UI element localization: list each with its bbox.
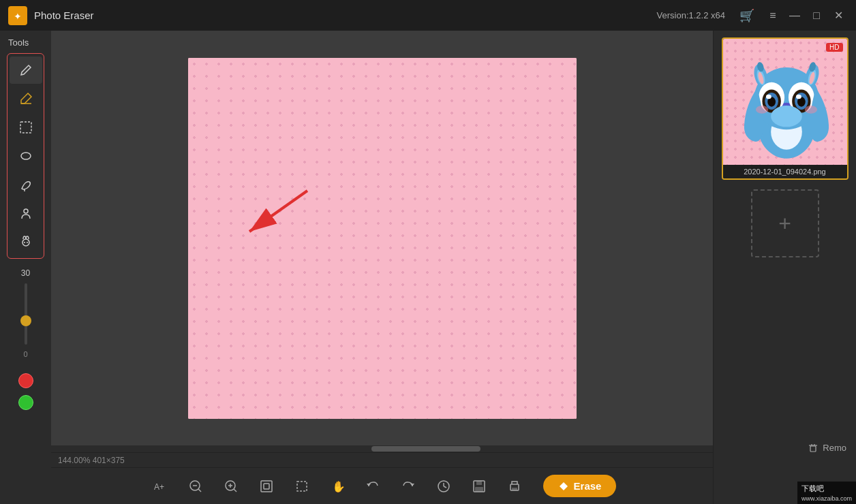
zoom-out-button[interactable] [183, 474, 208, 499]
svg-point-6 [24, 209, 28, 213]
svg-rect-59 [264, 484, 269, 489]
svg-line-66 [444, 486, 446, 488]
color-green[interactable] [18, 395, 33, 410]
add-icon: + [778, 211, 791, 236]
svg-rect-68 [476, 481, 482, 485]
thumbnail-badge: HD [826, 43, 842, 52]
thumbnail-card[interactable]: HD [722, 37, 849, 180]
svg-rect-69 [475, 487, 483, 492]
text-tool-button[interactable]: A+ [148, 474, 172, 499]
eraser-pencil-tool-button[interactable] [10, 85, 42, 112]
ai-tool-button[interactable] [10, 228, 42, 255]
trash-icon [808, 442, 819, 453]
thumbnail-filename: 2020-12-01_094024.png [723, 165, 847, 178]
erase-button[interactable]: Erase [543, 475, 617, 497]
close-button[interactable]: ✕ [829, 6, 848, 25]
add-image-button[interactable]: + [751, 189, 819, 257]
polka-background [188, 58, 577, 419]
pan-button[interactable]: ✋ [325, 474, 350, 499]
canvas-image[interactable]: 也去吧! [188, 58, 577, 419]
fit-screen-button[interactable] [254, 474, 279, 499]
thumbnail-image: HD [723, 39, 847, 165]
smart-brush-tool-button[interactable] [10, 171, 42, 198]
redo-button[interactable] [396, 474, 421, 499]
maximize-button[interactable]: □ [807, 6, 826, 25]
zoom-in-button[interactable] [219, 474, 243, 499]
stamp-tool-button[interactable] [10, 200, 42, 227]
svg-point-9 [27, 242, 28, 243]
color-red[interactable] [18, 373, 33, 388]
color-panel [0, 364, 51, 420]
erase-label: Erase [574, 480, 602, 492]
thumbnail-stitch [723, 39, 847, 165]
svg-rect-58 [261, 481, 272, 492]
titlebar: ✦ Photo Eraser Version:1.2.2 x64 🛒 ≡ — □… [0, 0, 856, 31]
watermark: 下载吧 www.xiazaiba.com [797, 482, 856, 504]
canvas-area: 也去吧! [51, 31, 713, 504]
svg-text:✦: ✦ [14, 11, 22, 22]
main-layout: Tools [0, 31, 856, 504]
svg-rect-71 [512, 488, 517, 490]
svg-point-96 [755, 106, 767, 114]
cart-button[interactable]: 🛒 [737, 6, 756, 25]
svg-point-4 [21, 153, 31, 159]
watermark-text: 下载吧 [801, 484, 824, 492]
size-min: 0 [23, 350, 27, 358]
remove-label: Remo [823, 443, 846, 453]
history-button[interactable] [431, 474, 456, 499]
lasso-tool-button[interactable] [10, 142, 42, 170]
svg-point-95 [771, 106, 802, 127]
undo-button[interactable] [361, 474, 385, 499]
watermark-url: www.xiazaiba.com [801, 495, 852, 502]
svg-text:A+: A+ [154, 482, 164, 492]
svg-marker-63 [410, 484, 414, 486]
svg-point-93 [765, 95, 771, 99]
crop-button[interactable] [290, 474, 314, 499]
minimize-button[interactable]: — [785, 6, 804, 25]
print-button[interactable] [502, 474, 527, 499]
svg-point-97 [804, 106, 816, 114]
svg-point-7 [22, 239, 29, 246]
canvas-scrollbar-thumb[interactable] [371, 446, 480, 452]
save-button[interactable] [467, 474, 491, 499]
bottom-toolbar: A+ [51, 467, 713, 504]
size-slider-thumb[interactable] [20, 315, 31, 326]
svg-marker-72 [560, 482, 568, 490]
sidebar: Tools [0, 31, 51, 504]
version-info: Version:1.2.2 x64 [657, 10, 725, 20]
svg-rect-60 [297, 482, 307, 491]
remove-button[interactable]: Remo [808, 442, 846, 453]
right-panel: › HD [713, 31, 856, 504]
canvas-status: 144.00% 401×375 [58, 456, 125, 465]
menu-button[interactable]: ≡ [763, 6, 782, 25]
svg-marker-62 [367, 484, 371, 486]
tools-panel [7, 53, 44, 259]
canvas-container[interactable]: 也去吧! [51, 31, 713, 445]
svg-point-94 [796, 95, 801, 99]
size-slider-track[interactable] [25, 283, 27, 345]
svg-text:✋: ✋ [332, 480, 345, 493]
app-logo: ✦ [8, 6, 27, 25]
size-control: 30 0 [0, 259, 51, 364]
svg-rect-98 [810, 446, 816, 452]
size-value: 30 [21, 268, 30, 278]
rect-select-tool-button[interactable] [10, 114, 42, 141]
tools-label: Tools [0, 31, 51, 53]
svg-line-53 [198, 489, 201, 492]
svg-rect-3 [20, 122, 31, 133]
svg-line-57 [234, 489, 236, 492]
brush-tool-button[interactable] [10, 57, 42, 84]
status-bar: 144.00% 401×375 [51, 452, 713, 467]
canvas-scrollbar[interactable] [51, 445, 713, 452]
app-title: Photo Eraser [34, 10, 94, 21]
svg-point-8 [24, 242, 25, 243]
